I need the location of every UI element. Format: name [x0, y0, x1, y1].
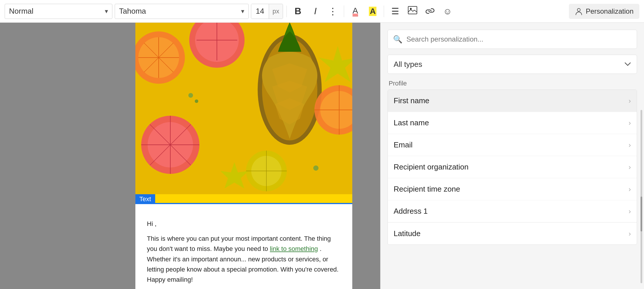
- link-button[interactable]: [422, 4, 438, 19]
- chevron-right-icon: ›: [629, 185, 631, 193]
- first-name-label: First name: [394, 96, 429, 105]
- profile-item-address1[interactable]: Address 1 ›: [388, 200, 637, 222]
- chevron-right-icon: ›: [629, 230, 631, 238]
- text-content-area[interactable]: Hi , This is where you can put your most…: [135, 203, 352, 289]
- profile-item-latitude[interactable]: Latitude ›: [388, 222, 637, 245]
- highlight-icon: A: [369, 7, 376, 16]
- fruit-image-block: [135, 23, 352, 194]
- yellow-stripe: [135, 194, 352, 203]
- more-options-button[interactable]: ⋮: [325, 4, 340, 19]
- font-size-input[interactable]: [251, 4, 269, 19]
- profile-item-email[interactable]: Email ›: [388, 134, 637, 156]
- type-filter-label: All types: [394, 60, 621, 69]
- bold-button[interactable]: B: [290, 4, 305, 19]
- more-icon: ⋮: [328, 6, 337, 17]
- profile-item-first-name[interactable]: First name ›: [388, 90, 637, 112]
- personalization-label: Personalization: [586, 7, 634, 15]
- chevron-right-icon: ›: [629, 119, 631, 127]
- emoji-button[interactable]: ☺: [440, 4, 455, 19]
- image-icon: [408, 6, 417, 16]
- italic-button[interactable]: I: [308, 4, 323, 19]
- italic-icon: I: [314, 6, 317, 17]
- chevron-right-icon: ›: [629, 97, 631, 105]
- emoji-icon: ☺: [443, 6, 452, 16]
- text-badge: Text: [135, 194, 155, 204]
- svg-point-32: [188, 93, 193, 98]
- profile-item-last-name[interactable]: Last name ›: [388, 112, 637, 134]
- recipient-org-label: Recipient organization: [394, 163, 468, 172]
- bold-icon: B: [295, 6, 301, 17]
- scroll-thumb: [641, 197, 642, 231]
- personalization-panel: 🔍 All types Profile First name ›: [380, 23, 644, 289]
- align-icon: ☰: [391, 6, 399, 16]
- search-box[interactable]: 🔍: [388, 30, 637, 49]
- separator-3: [384, 6, 384, 17]
- svg-point-33: [195, 99, 198, 103]
- font-label: Tahoma: [119, 7, 238, 16]
- person-icon: [575, 7, 583, 15]
- svg-point-34: [313, 165, 319, 171]
- toolbar: Normal ▾ Tahoma ▾ px B I ⋮ A A ☰: [0, 0, 644, 23]
- svg-rect-0: [408, 6, 417, 14]
- profile-section: Profile First name › Last name › Email ›: [388, 80, 637, 245]
- profile-item-recipient-tz[interactable]: Recipient time zone ›: [388, 178, 637, 200]
- image-button[interactable]: [405, 4, 420, 19]
- style-label: Normal: [9, 7, 101, 16]
- svg-point-2: [577, 8, 580, 11]
- chevron-right-icon: ›: [629, 207, 631, 215]
- style-dropdown[interactable]: Normal ▾: [5, 4, 112, 19]
- separator-1: [286, 6, 287, 17]
- address1-label: Address 1: [394, 207, 428, 216]
- font-size-group: px: [251, 4, 283, 19]
- separator-2: [344, 6, 344, 17]
- personalization-button[interactable]: Personalization: [569, 4, 639, 19]
- profile-header: Profile: [388, 80, 637, 87]
- style-arrow: ▾: [105, 8, 108, 15]
- email-label: Email: [394, 140, 413, 149]
- search-icon: 🔍: [393, 35, 402, 44]
- text-color-icon: A: [353, 6, 358, 16]
- main-area: Text Hi , This is where you can put your…: [0, 23, 644, 289]
- font-arrow: ▾: [241, 8, 244, 15]
- profile-item-recipient-org[interactable]: Recipient organization ›: [388, 156, 637, 178]
- last-name-label: Last name: [394, 118, 429, 127]
- greeting-text: Hi ,: [147, 219, 341, 229]
- email-canvas: Text Hi , This is where you can put your…: [135, 23, 352, 289]
- align-button[interactable]: ☰: [388, 4, 403, 19]
- text-color-button[interactable]: A: [348, 4, 363, 19]
- link-icon: [425, 7, 435, 16]
- scroll-indicator[interactable]: [641, 110, 642, 283]
- text-block: Text Hi , This is where you can put your…: [135, 194, 352, 289]
- profile-items-list: First name › Last name › Email › Recipie…: [388, 90, 637, 245]
- recipient-tz-label: Recipient time zone: [394, 185, 460, 194]
- chevron-down-icon: [624, 60, 631, 68]
- highlight-color-button[interactable]: A: [365, 4, 380, 19]
- type-filter-dropdown[interactable]: All types: [388, 55, 637, 74]
- font-dropdown[interactable]: Tahoma ▾: [115, 4, 249, 19]
- font-size-unit: px: [269, 4, 283, 19]
- fruit-svg: [135, 23, 352, 194]
- body-link[interactable]: link to something: [270, 245, 318, 252]
- body-text: This is where you can put your most impo…: [147, 233, 341, 285]
- chevron-right-icon: ›: [629, 141, 631, 149]
- search-input[interactable]: [406, 35, 631, 43]
- editor-area: Text Hi , This is where you can put your…: [0, 23, 380, 289]
- latitude-label: Latitude: [394, 229, 421, 238]
- chevron-right-icon: ›: [629, 163, 631, 171]
